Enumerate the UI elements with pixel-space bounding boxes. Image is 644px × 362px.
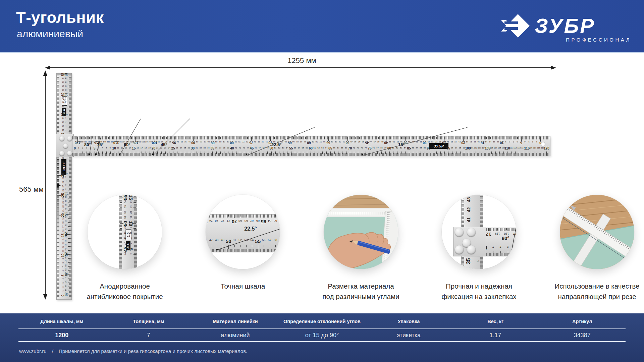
ruler-tick bbox=[68, 79, 70, 79]
brand-subtitle: ПРОФЕССИОНАЛ bbox=[566, 37, 631, 43]
ruler-tick bbox=[57, 175, 61, 176]
ruler-tick bbox=[68, 99, 70, 99]
ruler-tick bbox=[57, 95, 61, 95]
spec-value: 1200 bbox=[18, 332, 105, 339]
ruler-tick bbox=[57, 191, 59, 192]
ruler-tick bbox=[68, 111, 70, 111]
ruler-tick bbox=[57, 159, 59, 160]
ruler-tick bbox=[68, 202, 70, 202]
ruler-tick bbox=[68, 210, 70, 210]
ruler-tick bbox=[57, 83, 59, 83]
header-divider bbox=[0, 52, 644, 53]
ruler-tick bbox=[57, 195, 61, 196]
spec-value: 7 bbox=[105, 332, 192, 339]
ruler-tick bbox=[57, 252, 59, 252]
rivet bbox=[63, 143, 68, 148]
ruler-tick bbox=[57, 203, 59, 204]
ruler-tick bbox=[57, 224, 59, 224]
ruler-tick bbox=[57, 256, 61, 256]
ruler-tick bbox=[57, 87, 59, 87]
ruler-tick bbox=[515, 251, 516, 253]
header-bar: Т-угольник алюминиевый ЗУБР ПРОФЕССИОНАЛ bbox=[0, 0, 644, 52]
arrow-right-icon bbox=[551, 66, 556, 70]
ruler-tick bbox=[68, 127, 70, 127]
ruler-tick bbox=[57, 99, 59, 99]
ruler-tick bbox=[68, 190, 70, 190]
ruler-tick bbox=[57, 292, 59, 292]
table-divider bbox=[18, 341, 626, 342]
angle-label: 22.5° bbox=[240, 226, 261, 232]
ruler-number: 6 bbox=[129, 240, 132, 246]
ruler-tick bbox=[57, 212, 59, 212]
ruler-tick bbox=[68, 103, 70, 103]
page-title: Т-угольник bbox=[16, 8, 104, 26]
angle-label: 80° bbox=[498, 236, 513, 241]
feature-caption: Прочная и надежная фиксация на заклепках bbox=[419, 281, 539, 302]
ruler-tick bbox=[133, 239, 136, 239]
ruler-tick bbox=[120, 218, 122, 218]
spec-header: Определение отклонений углов bbox=[279, 319, 366, 326]
arrow-up-icon bbox=[43, 70, 47, 76]
ruler-tick bbox=[68, 226, 70, 227]
feature-caption-line: Анодированное bbox=[100, 282, 150, 290]
ruler-tick bbox=[68, 230, 70, 231]
feature-caption-line: Прочная и надежная bbox=[446, 282, 512, 290]
width-dimension-label: 1255 мм bbox=[262, 56, 342, 65]
rivet bbox=[59, 151, 64, 156]
ruler-tick bbox=[133, 228, 136, 229]
angle-line-origin bbox=[362, 154, 363, 155]
ruler-tick bbox=[57, 232, 59, 232]
angle-line-origin bbox=[95, 154, 97, 155]
ruler-tick bbox=[57, 119, 59, 119]
footer: www.zubr.ru / Применяется для разметки и… bbox=[19, 348, 247, 354]
ruler-tick bbox=[57, 207, 59, 208]
ruler-tick bbox=[57, 107, 59, 107]
ruler-tick bbox=[57, 123, 59, 123]
feature-circle-rivets: 43424135343332311234 12011911811701234 8… bbox=[442, 195, 516, 269]
feature-caption: Использование в качестве направляющей пр… bbox=[537, 281, 644, 302]
ruler-tick bbox=[57, 127, 59, 127]
ruler-tick bbox=[68, 107, 70, 107]
ruler-tick bbox=[68, 238, 70, 239]
ruler-tick bbox=[68, 83, 70, 83]
ruler-tick bbox=[120, 254, 122, 255]
index-mark-icon bbox=[57, 183, 61, 187]
rivet bbox=[67, 136, 72, 141]
ruler-tick bbox=[68, 91, 70, 91]
brand-name: ЗУБР bbox=[535, 14, 595, 37]
spec-value: от 15 до 90° bbox=[279, 332, 366, 339]
footer-site-link[interactable]: www.zubr.ru bbox=[19, 348, 47, 354]
brand-logo: ЗУБР ПРОФЕССИОНАЛ bbox=[501, 9, 633, 43]
height-dimension-label: 565 мм bbox=[10, 185, 44, 194]
ruler-tick bbox=[68, 162, 70, 162]
ruler-tick bbox=[120, 234, 122, 234]
ruler-tick bbox=[57, 236, 61, 236]
feature-caption: Анодированное антибликовое покрытие bbox=[64, 281, 185, 302]
ruler-tick bbox=[120, 213, 122, 213]
angle-line-origin bbox=[246, 154, 247, 155]
ruler-tick bbox=[57, 276, 61, 276]
ruler-tick bbox=[57, 91, 59, 91]
feature-caption: Точная шкала bbox=[182, 281, 303, 291]
ruler-tick bbox=[68, 87, 70, 87]
feature-circle-scale: 4647484950515253545556575859757473727170… bbox=[206, 195, 280, 269]
angle-line-origin bbox=[152, 154, 154, 155]
ruler-number: 44 bbox=[124, 251, 127, 257]
ruler-tick bbox=[68, 218, 70, 219]
ruler-tick bbox=[133, 213, 136, 213]
marking-photo-illustration bbox=[324, 195, 398, 269]
angle-line bbox=[442, 195, 516, 269]
spec-header: Артикул bbox=[539, 319, 626, 326]
ruler-tick bbox=[57, 103, 59, 103]
feature-circle-coating: 1.0 ALU 55545352515049484746454415141312… bbox=[88, 195, 162, 269]
ruler-tick bbox=[120, 202, 122, 203]
arrow-left-icon bbox=[45, 66, 50, 70]
height-dimension-line bbox=[45, 75, 46, 295]
ruler-tick bbox=[57, 199, 59, 200]
ruler-tick bbox=[68, 170, 70, 170]
ruler-tick bbox=[57, 75, 61, 75]
guide-photo-illustration bbox=[560, 195, 634, 269]
rivet bbox=[59, 136, 64, 141]
ruler-tick bbox=[68, 258, 70, 259]
ruler-tick bbox=[68, 158, 70, 158]
